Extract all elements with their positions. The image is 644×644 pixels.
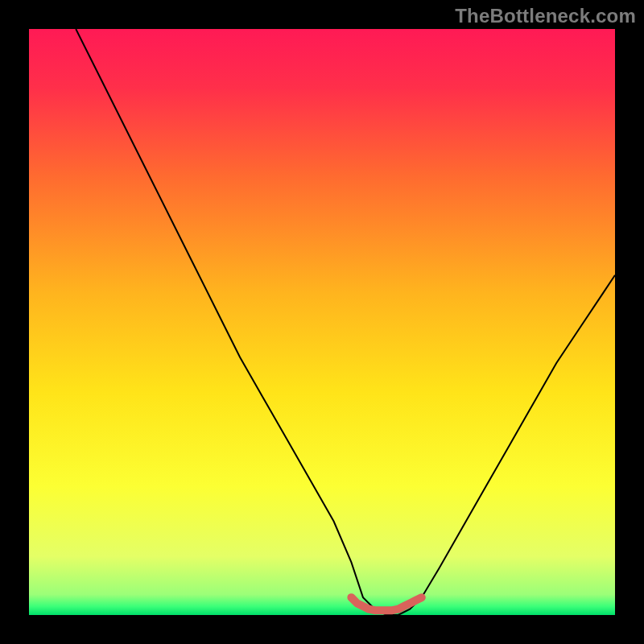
plot-frame (29, 29, 615, 615)
bottleneck-chart (29, 29, 615, 615)
chart-background (29, 29, 615, 615)
watermark-text: TheBottleneck.com (455, 5, 636, 27)
